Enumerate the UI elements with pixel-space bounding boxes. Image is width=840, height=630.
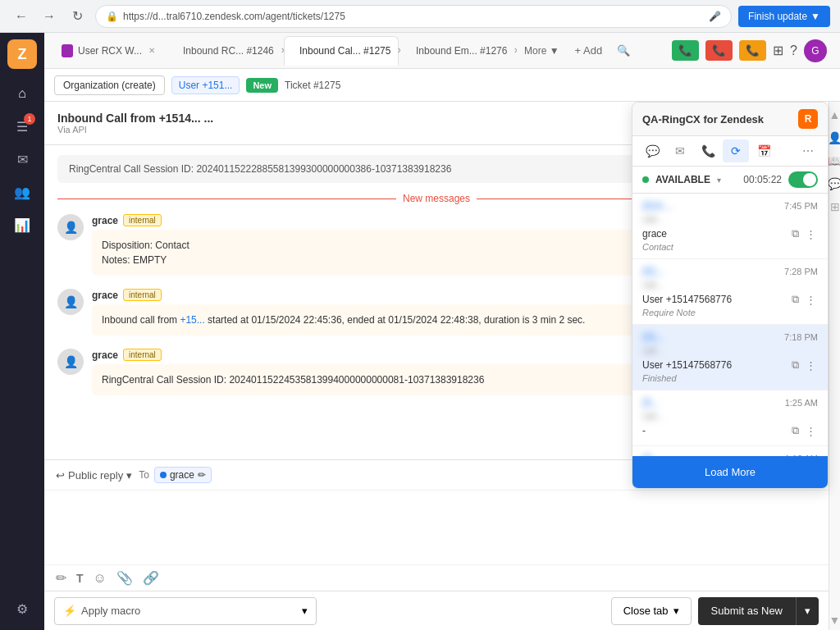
reply-toolbar: ✏ T ☺ 📎 🔗 <box>44 564 829 591</box>
sidebar-item-tickets[interactable]: ☰ 1 <box>7 112 37 141</box>
call-number-5: (5... <box>642 453 660 456</box>
compose-tool-icon[interactable]: ✏ <box>56 570 66 586</box>
avatar-3: 👤 <box>57 349 84 375</box>
close-tab-label: Close tab <box>623 605 669 617</box>
tab-icon-user-rcx <box>62 44 73 57</box>
load-more-button[interactable]: Load More <box>632 456 828 488</box>
emoji-tool-icon[interactable]: ☺ <box>94 571 107 586</box>
call-item-1[interactable]: (514.... 7:45 PM call... grace ⧉ ⋮ Conta… <box>632 194 828 259</box>
sidebar-item-users[interactable]: 👥 <box>7 177 37 207</box>
recipient-name: grace <box>170 469 194 481</box>
user-avatar[interactable]: G <box>804 39 827 62</box>
message-author-3: grace <box>92 349 118 361</box>
link-tool-icon[interactable]: 🔗 <box>143 570 159 586</box>
widget-tab-phone[interactable]: 📞 <box>695 139 721 162</box>
tab-close-user-rcx[interactable]: ✕ <box>148 46 155 55</box>
phone-green-button[interactable]: 📞 <box>672 40 699 61</box>
avatar-1: 👤 <box>57 214 84 240</box>
call-4-copy[interactable]: ⧉ <box>790 422 801 439</box>
main-area: User RCX W... ✕ Inbound RC... #1246 ✕ In… <box>44 33 840 630</box>
avatar-2: 👤 <box>57 289 84 315</box>
call-number-4: (5... <box>642 397 660 409</box>
tab-label-1246: Inbound RC... #1246 <box>183 45 274 57</box>
new-badge: New <box>246 78 278 93</box>
help-icon[interactable]: ? <box>790 43 797 58</box>
call-3-more[interactable]: ⋮ <box>804 357 818 373</box>
call-item-4[interactable]: (5... 1:25 AM call... - ⧉ ⋮ <box>632 390 828 446</box>
apply-macro-button[interactable]: ⚡ Apply macro ▾ <box>54 597 317 625</box>
call-time-3: 7:18 PM <box>784 332 818 342</box>
call-detail-3: call... <box>642 345 818 355</box>
lock-icon: 🔒 <box>106 11 118 22</box>
call-detail-2: call... <box>642 280 818 290</box>
submit-button[interactable]: Submit as New <box>698 597 796 625</box>
sidebar-item-home[interactable]: ⌂ <box>7 79 37 108</box>
status-toggle[interactable] <box>788 171 818 188</box>
widget-logo: R <box>798 109 818 129</box>
edit-icon[interactable]: ✏ <box>198 469 206 481</box>
reply-type-selector[interactable]: ↩ Public reply ▾ <box>56 469 132 482</box>
widget-status-bar: AVAILABLE ▾ 00:05:22 <box>632 167 828 194</box>
sidebar-item-analytics[interactable]: 📊 <box>7 210 37 240</box>
widget-tab-more[interactable]: ⋯ <box>795 139 821 162</box>
phone-orange-button[interactable]: 📞 <box>739 40 766 61</box>
tab-inbound-1275[interactable]: Inbound Cal... #1275 ✕ <box>284 36 399 66</box>
analytics-icon: 📊 <box>14 217 30 233</box>
tab-bar: User RCX W... ✕ Inbound RC... #1246 ✕ In… <box>44 33 840 69</box>
sub-header: Organization (create) User +151... New T… <box>44 69 840 102</box>
attach-tool-icon[interactable]: 📎 <box>116 570 133 586</box>
ticket-via: Via API <box>57 125 213 135</box>
status-timer: 00:05:22 <box>743 174 782 185</box>
forward-button[interactable]: → <box>38 5 61 28</box>
tab-more[interactable]: More ▼ <box>517 36 567 66</box>
browser-bar: ← → ↻ 🔒 https://d...tral6710.zendesk.com… <box>0 0 840 33</box>
apps-icon[interactable]: ⊞ <box>773 43 783 58</box>
ticket-ref: Ticket #1275 <box>285 80 340 91</box>
close-tab-button[interactable]: Close tab ▾ <box>611 597 692 625</box>
call-number-3: (51... <box>642 331 664 343</box>
widget-tab-history[interactable]: ⟳ <box>723 139 749 162</box>
call-item-3[interactable]: (51... 7:18 PM call... User +15147568776… <box>632 325 828 390</box>
widget-tab-email[interactable]: ✉ <box>667 139 693 162</box>
call-name-4: - <box>642 425 646 436</box>
widget-tab-calendar[interactable]: 📅 <box>751 139 777 162</box>
right-panel-collapse[interactable]: ▼ <box>826 610 840 630</box>
call-3-copy[interactable]: ⧉ <box>790 357 801 373</box>
format-tool-icon[interactable]: T <box>76 572 84 585</box>
close-tab-arrow: ▾ <box>673 605 679 617</box>
tab-user-rcx[interactable]: User RCX W... ✕ <box>51 36 166 66</box>
tab-search[interactable]: 🔍 <box>610 41 637 60</box>
widget-header: QA-RingCX for Zendesk R <box>632 103 828 136</box>
call-name-3: User +15147568776 <box>642 359 732 371</box>
call-time-4: 1:25 AM <box>785 398 818 408</box>
tab-inbound-1276[interactable]: Inbound Em... #1276 ✕ <box>400 36 515 66</box>
status-dropdown-icon[interactable]: ▾ <box>717 176 721 185</box>
call-4-more[interactable]: ⋮ <box>804 422 818 439</box>
call-3-actions: ⧉ ⋮ <box>790 357 818 373</box>
to-label: To <box>139 469 149 481</box>
phone-red-button[interactable]: 📞 <box>705 40 733 61</box>
sidebar-item-compose[interactable]: ✉ <box>7 144 37 174</box>
ticket-title: Inbound Call from +1514... ... <box>57 112 213 125</box>
back-button[interactable]: ← <box>10 5 33 28</box>
call-1-more[interactable]: ⋮ <box>804 226 818 242</box>
submit-dropdown-arrow[interactable]: ▾ <box>796 597 819 625</box>
reload-button[interactable]: ↻ <box>66 5 89 28</box>
compose-icon: ✉ <box>17 152 28 167</box>
call-1-copy[interactable]: ⧉ <box>790 226 801 242</box>
finish-update-button[interactable]: Finish update ▼ <box>738 6 830 27</box>
call-2-more[interactable]: ⋮ <box>804 291 818 308</box>
address-bar[interactable]: 🔒 https://d...tral6710.zendesk.com/agent… <box>95 5 732 28</box>
call-item-5[interactable]: (5... 1:13 AM call... <box>632 446 828 456</box>
org-create-button[interactable]: Organization (create) <box>54 75 165 95</box>
call-number-2: (51... <box>642 266 664 277</box>
internal-badge-1: internal <box>123 214 162 226</box>
call-item-2[interactable]: (51... 7:28 PM call... User +15147568776… <box>632 259 828 325</box>
call-2-copy[interactable]: ⧉ <box>790 291 801 308</box>
tab-inbound-1246[interactable]: Inbound RC... #1246 ✕ <box>167 36 282 66</box>
sidebar-logo: Z <box>7 39 37 69</box>
sidebar-item-settings[interactable]: ⚙ <box>7 594 37 623</box>
widget-tab-chat[interactable]: 💬 <box>639 139 665 162</box>
reply-body[interactable] <box>44 491 829 564</box>
tab-add[interactable]: + Add <box>568 44 609 57</box>
